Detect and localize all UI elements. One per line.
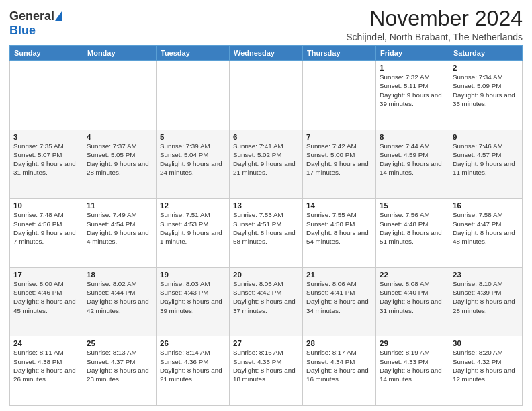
day-number: 3	[13, 133, 79, 141]
calendar-cell: 5Sunrise: 7:39 AM Sunset: 5:04 PM Daylig…	[157, 130, 230, 199]
calendar-cell	[303, 61, 376, 130]
calendar-cell: 27Sunrise: 8:16 AM Sunset: 4:35 PM Dayli…	[230, 336, 303, 406]
day-info: Sunrise: 7:56 AM Sunset: 4:48 PM Dayligh…	[380, 210, 445, 246]
calendar-cell	[157, 61, 230, 130]
day-info: Sunrise: 8:13 AM Sunset: 4:37 PM Dayligh…	[87, 348, 152, 383]
day-info: Sunrise: 7:41 AM Sunset: 5:02 PM Dayligh…	[233, 142, 299, 177]
day-info: Sunrise: 7:37 AM Sunset: 5:05 PM Dayligh…	[87, 142, 152, 177]
day-number: 8	[380, 133, 445, 141]
weekday-header-thursday: Thursday	[303, 46, 376, 61]
day-number: 1	[380, 64, 445, 72]
calendar-cell: 13Sunrise: 7:53 AM Sunset: 4:51 PM Dayli…	[230, 199, 303, 268]
day-number: 10	[13, 201, 79, 210]
day-info: Sunrise: 7:32 AM Sunset: 5:11 PM Dayligh…	[380, 73, 445, 108]
calendar-cell: 17Sunrise: 8:00 AM Sunset: 4:46 PM Dayli…	[10, 267, 83, 336]
calendar-cell: 19Sunrise: 8:03 AM Sunset: 4:43 PM Dayli…	[157, 267, 230, 336]
calendar-cell: 22Sunrise: 8:08 AM Sunset: 4:40 PM Dayli…	[376, 267, 449, 336]
calendar-cell: 30Sunrise: 8:20 AM Sunset: 4:32 PM Dayli…	[449, 336, 523, 406]
day-number: 5	[160, 133, 226, 141]
page: General Blue November 2024 Schijndel, No…	[0, 0, 532, 411]
day-info: Sunrise: 8:17 AM Sunset: 4:34 PM Dayligh…	[306, 348, 372, 383]
calendar-cell: 25Sunrise: 8:13 AM Sunset: 4:37 PM Dayli…	[83, 336, 157, 406]
calendar-cell: 11Sunrise: 7:49 AM Sunset: 4:54 PM Dayli…	[83, 199, 157, 268]
calendar-cell: 12Sunrise: 7:51 AM Sunset: 4:53 PM Dayli…	[157, 199, 230, 268]
calendar-cell: 1Sunrise: 7:32 AM Sunset: 5:11 PM Daylig…	[376, 61, 449, 130]
day-info: Sunrise: 8:10 AM Sunset: 4:39 PM Dayligh…	[453, 279, 519, 315]
calendar-cell: 10Sunrise: 7:48 AM Sunset: 4:56 PM Dayli…	[10, 199, 83, 268]
calendar-cell: 20Sunrise: 8:05 AM Sunset: 4:42 PM Dayli…	[230, 267, 303, 336]
calendar-cell: 18Sunrise: 8:02 AM Sunset: 4:44 PM Dayli…	[83, 267, 157, 336]
day-number: 28	[306, 339, 372, 347]
day-number: 25	[87, 339, 152, 347]
calendar-cell: 16Sunrise: 7:58 AM Sunset: 4:47 PM Dayli…	[449, 199, 523, 268]
calendar-cell: 9Sunrise: 7:46 AM Sunset: 4:57 PM Daylig…	[449, 130, 523, 199]
calendar-cell: 15Sunrise: 7:56 AM Sunset: 4:48 PM Dayli…	[376, 199, 449, 268]
calendar-cell: 2Sunrise: 7:34 AM Sunset: 5:09 PM Daylig…	[449, 61, 523, 130]
day-number: 2	[453, 64, 519, 72]
day-number: 13	[233, 201, 299, 210]
day-info: Sunrise: 7:35 AM Sunset: 5:07 PM Dayligh…	[13, 142, 79, 177]
day-info: Sunrise: 7:49 AM Sunset: 4:54 PM Dayligh…	[87, 210, 152, 246]
day-info: Sunrise: 8:08 AM Sunset: 4:40 PM Dayligh…	[380, 279, 445, 315]
calendar-cell	[83, 61, 157, 130]
day-info: Sunrise: 7:34 AM Sunset: 5:09 PM Dayligh…	[453, 73, 519, 108]
day-number: 6	[233, 133, 299, 141]
day-info: Sunrise: 7:44 AM Sunset: 4:59 PM Dayligh…	[380, 142, 445, 177]
day-info: Sunrise: 8:11 AM Sunset: 4:38 PM Dayligh…	[13, 348, 79, 383]
calendar-cell	[230, 61, 303, 130]
logo-triangle-icon	[55, 11, 62, 21]
week-row-4: 17Sunrise: 8:00 AM Sunset: 4:46 PM Dayli…	[10, 267, 523, 336]
header: General Blue November 2024 Schijndel, No…	[9, 7, 523, 42]
logo-general: General	[9, 9, 54, 24]
day-number: 14	[306, 201, 372, 210]
week-row-1: 1Sunrise: 7:32 AM Sunset: 5:11 PM Daylig…	[10, 61, 523, 130]
calendar-cell: 14Sunrise: 7:55 AM Sunset: 4:50 PM Dayli…	[303, 199, 376, 268]
day-info: Sunrise: 7:58 AM Sunset: 4:47 PM Dayligh…	[453, 210, 519, 246]
weekday-header-sunday: Sunday	[10, 46, 83, 61]
day-info: Sunrise: 8:06 AM Sunset: 4:41 PM Dayligh…	[306, 279, 372, 315]
day-number: 15	[380, 201, 445, 210]
calendar-cell: 21Sunrise: 8:06 AM Sunset: 4:41 PM Dayli…	[303, 267, 376, 336]
calendar-cell: 7Sunrise: 7:42 AM Sunset: 5:00 PM Daylig…	[303, 130, 376, 199]
day-info: Sunrise: 8:20 AM Sunset: 4:32 PM Dayligh…	[453, 348, 519, 383]
day-number: 23	[453, 271, 519, 279]
calendar-cell: 26Sunrise: 8:14 AM Sunset: 4:36 PM Dayli…	[157, 336, 230, 406]
day-info: Sunrise: 8:14 AM Sunset: 4:36 PM Dayligh…	[160, 348, 226, 383]
calendar-cell: 24Sunrise: 8:11 AM Sunset: 4:38 PM Dayli…	[10, 336, 83, 406]
weekday-header-tuesday: Tuesday	[157, 46, 230, 61]
month-title: November 2024	[346, 7, 523, 30]
day-number: 21	[306, 271, 372, 279]
day-number: 9	[453, 133, 519, 141]
day-number: 26	[160, 339, 226, 347]
day-info: Sunrise: 8:05 AM Sunset: 4:42 PM Dayligh…	[233, 279, 299, 315]
day-info: Sunrise: 8:02 AM Sunset: 4:44 PM Dayligh…	[87, 279, 152, 315]
day-number: 24	[13, 339, 79, 347]
logo: General Blue	[9, 9, 62, 38]
calendar-cell: 6Sunrise: 7:41 AM Sunset: 5:02 PM Daylig…	[230, 130, 303, 199]
day-info: Sunrise: 7:53 AM Sunset: 4:51 PM Dayligh…	[233, 210, 299, 246]
day-info: Sunrise: 8:16 AM Sunset: 4:35 PM Dayligh…	[233, 348, 299, 383]
day-info: Sunrise: 8:00 AM Sunset: 4:46 PM Dayligh…	[13, 279, 79, 315]
day-number: 16	[453, 201, 519, 210]
day-info: Sunrise: 7:46 AM Sunset: 4:57 PM Dayligh…	[453, 142, 519, 177]
day-number: 29	[380, 339, 445, 347]
day-number: 20	[233, 271, 299, 279]
calendar-cell: 23Sunrise: 8:10 AM Sunset: 4:39 PM Dayli…	[449, 267, 523, 336]
calendar-cell	[10, 61, 83, 130]
day-number: 18	[87, 271, 152, 279]
day-info: Sunrise: 7:51 AM Sunset: 4:53 PM Dayligh…	[160, 210, 226, 246]
day-number: 7	[306, 133, 372, 141]
day-info: Sunrise: 7:55 AM Sunset: 4:50 PM Dayligh…	[306, 210, 372, 246]
weekday-header-saturday: Saturday	[449, 46, 523, 61]
title-block: November 2024 Schijndel, North Brabant, …	[346, 7, 523, 42]
calendar-cell: 4Sunrise: 7:37 AM Sunset: 5:05 PM Daylig…	[83, 130, 157, 199]
calendar-cell: 28Sunrise: 8:17 AM Sunset: 4:34 PM Dayli…	[303, 336, 376, 406]
day-number: 22	[380, 271, 445, 279]
weekday-header-row: SundayMondayTuesdayWednesdayThursdayFrid…	[10, 46, 523, 61]
day-number: 27	[233, 339, 299, 347]
week-row-5: 24Sunrise: 8:11 AM Sunset: 4:38 PM Dayli…	[10, 336, 523, 406]
calendar-cell: 8Sunrise: 7:44 AM Sunset: 4:59 PM Daylig…	[376, 130, 449, 199]
calendar-cell: 29Sunrise: 8:19 AM Sunset: 4:33 PM Dayli…	[376, 336, 449, 406]
day-info: Sunrise: 7:42 AM Sunset: 5:00 PM Dayligh…	[306, 142, 372, 177]
day-info: Sunrise: 8:03 AM Sunset: 4:43 PM Dayligh…	[160, 279, 226, 315]
